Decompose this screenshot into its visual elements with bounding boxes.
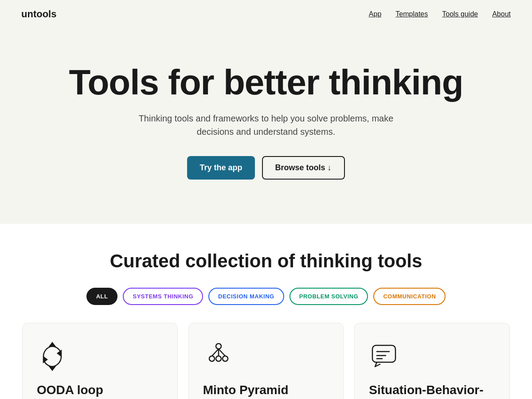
svg-line-5 bbox=[212, 349, 219, 356]
nav-links: App Templates Tools guide About bbox=[369, 10, 511, 18]
card-sbi: Situation-Behavior-Impact COMMUNICATION … bbox=[354, 323, 510, 399]
svg-point-4 bbox=[216, 344, 221, 349]
svg-marker-0 bbox=[58, 351, 61, 356]
hero-section: Tools for better thinking Thinking tools… bbox=[0, 28, 532, 224]
svg-point-8 bbox=[209, 356, 215, 361]
hero-subheading: Thinking tools and frameworks to help yo… bbox=[124, 112, 408, 138]
filter-all[interactable]: ALL bbox=[86, 288, 118, 305]
card-minto: Minto Pyramid COMMUNICATION Make your co… bbox=[188, 323, 344, 399]
svg-point-10 bbox=[223, 356, 228, 361]
nav-link-tools-guide[interactable]: Tools guide bbox=[442, 10, 478, 18]
cards-grid: OODA loop DECISION MAKING Make faster de… bbox=[22, 323, 510, 399]
svg-marker-3 bbox=[50, 343, 55, 346]
filter-bar: ALL SYSTEMS THINKING DECISION MAKING PRO… bbox=[21, 288, 511, 305]
nav-logo[interactable]: untools bbox=[21, 8, 56, 20]
svg-rect-11 bbox=[372, 345, 395, 362]
ooda-title: OODA loop bbox=[37, 383, 163, 398]
hero-heading: Tools for better thinking bbox=[21, 64, 511, 101]
filter-problem[interactable]: PROBLEM SOLVING bbox=[289, 288, 368, 305]
try-app-button[interactable]: Try the app bbox=[187, 156, 254, 180]
nav-link-app[interactable]: App bbox=[369, 10, 381, 18]
ooda-icon bbox=[37, 341, 68, 372]
tools-section-heading: Curated collection of thinking tools bbox=[21, 250, 511, 272]
filter-decision[interactable]: DECISION MAKING bbox=[208, 288, 284, 305]
svg-line-7 bbox=[219, 349, 225, 356]
svg-marker-2 bbox=[43, 357, 47, 362]
filter-systems[interactable]: SYSTEMS THINKING bbox=[123, 288, 203, 305]
filter-communication[interactable]: COMMUNICATION bbox=[373, 288, 446, 305]
hero-buttons: Try the app Browse tools ↓ bbox=[21, 156, 511, 180]
nav-link-templates[interactable]: Templates bbox=[395, 10, 428, 18]
browse-tools-button[interactable]: Browse tools ↓ bbox=[262, 156, 345, 180]
navbar: untools App Templates Tools guide About bbox=[0, 0, 532, 28]
minto-title: Minto Pyramid bbox=[203, 383, 329, 398]
minto-icon bbox=[203, 341, 234, 372]
sbi-icon bbox=[369, 341, 400, 372]
nav-link-about[interactable]: About bbox=[492, 10, 511, 18]
card-ooda: OODA loop DECISION MAKING Make faster de… bbox=[22, 323, 178, 399]
tools-section: Curated collection of thinking tools ALL… bbox=[0, 224, 532, 399]
sbi-title: Situation-Behavior-Impact bbox=[369, 383, 495, 399]
svg-point-9 bbox=[216, 356, 221, 361]
